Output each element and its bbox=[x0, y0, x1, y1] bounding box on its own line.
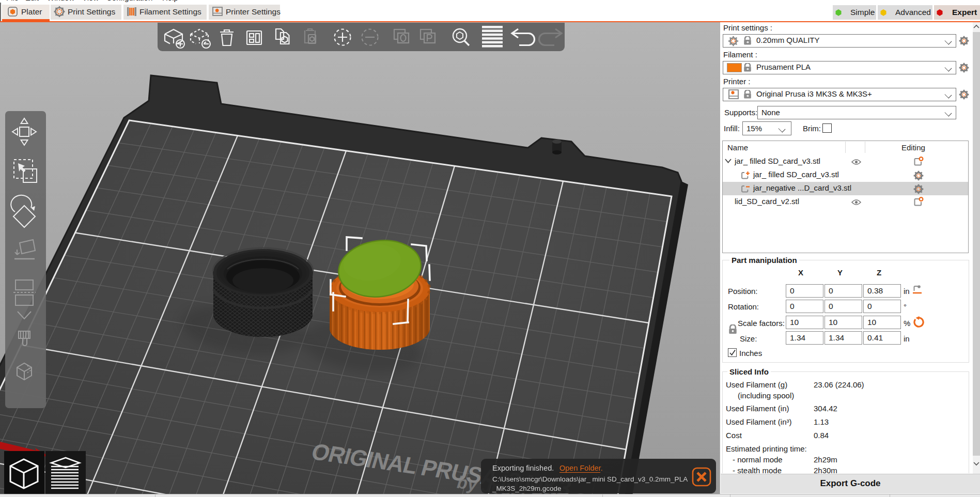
svg-text:Exporting finished.: Exporting finished. bbox=[492, 464, 554, 472]
svg-text:Open Folder.: Open Folder. bbox=[559, 464, 603, 472]
svg-text:_MK3S_2h29m.gcode: _MK3S_2h29m.gcode bbox=[492, 485, 562, 492]
svg-text:C:\Users\smcgr\Downloads\jar_: C:\Users\smcgr\Downloads\jar_ mini SD_ca… bbox=[492, 475, 688, 483]
